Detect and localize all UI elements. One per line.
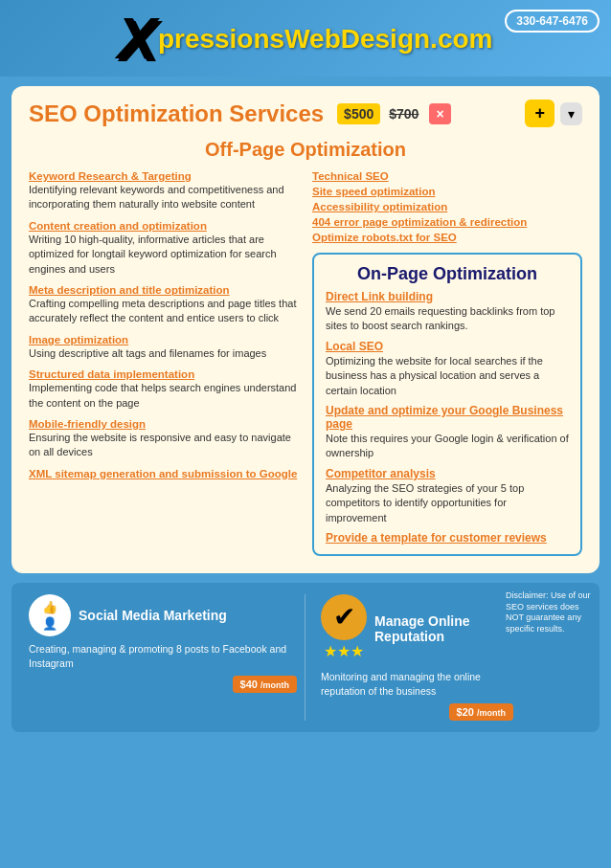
reputation-price: $20 xyxy=(457,706,474,718)
onpage-section-title: On-Page Optimization xyxy=(326,264,569,284)
offpage-item-title-5[interactable]: Mobile-friendly design xyxy=(29,418,299,430)
disclaimer-box: Disclaimer: Use of our SEO services does… xyxy=(506,590,592,635)
right-link-0[interactable]: Technical SEO xyxy=(312,170,582,182)
reputation-card-title: Manage Online Reputation xyxy=(374,613,513,646)
offpage-item-desc-0: Identifying relevant keywords and compet… xyxy=(29,183,299,212)
onpage-item-title-0[interactable]: Direct Link building xyxy=(326,290,569,303)
price-badge: $500 $700 xyxy=(337,103,423,124)
social-card-title: Social Media Marketing xyxy=(79,608,227,624)
right-column: Technical SEO Site speed optimization Ac… xyxy=(312,170,582,556)
card-header-row: SEO Optimization Services $500 $700 × + … xyxy=(29,100,582,127)
expand-button[interactable]: ▾ xyxy=(560,102,582,125)
offpage-item-desc-1: Writing 10 high-quality, informative art… xyxy=(29,233,299,277)
header: 330-647-6476 X pressionsWebDesign.com xyxy=(0,0,611,77)
main-card: SEO Optimization Services $500 $700 × + … xyxy=(11,86,600,573)
right-link-4[interactable]: Optimize robots.txt for SEO xyxy=(312,232,582,243)
phone-badge: 330-647-6476 xyxy=(505,10,600,33)
offpage-item-desc-4: Implementing code that helps search engi… xyxy=(29,381,299,411)
offpage-section-title: Off-Page Optimization xyxy=(29,139,582,161)
onpage-item-desc-0: We send 20 emails requesting backlinks f… xyxy=(326,304,569,334)
right-link-2[interactable]: Accessibility optimization xyxy=(312,201,582,212)
price-new: $500 xyxy=(337,103,380,124)
onpage-item-desc-1: Optimizing the website for local searche… xyxy=(326,354,569,398)
left-column: Keyword Research & Targeting Identifying… xyxy=(29,170,299,556)
offpage-item-title-4[interactable]: Structured data implementation xyxy=(29,368,299,380)
social-price-tag: $40 /month xyxy=(233,676,297,693)
logo-text-pressions: pressionsWebDesign xyxy=(158,24,430,54)
right-top-links: Technical SEO Site speed optimization Ac… xyxy=(312,170,582,243)
right-link-1[interactable]: Site speed optimization xyxy=(312,186,582,197)
reputation-price-tag: $20 /month xyxy=(449,703,513,721)
right-link-3[interactable]: 404 error page optimization & redirectio… xyxy=(312,216,582,228)
social-price: $40 xyxy=(240,679,258,690)
onpage-item-title-4[interactable]: Provide a template for customer reviews xyxy=(326,531,569,545)
offpage-item-desc-2: Crafting compelling meta descriptions an… xyxy=(29,297,299,326)
offpage-item-title-6[interactable]: XML sitemap generation and submission to… xyxy=(29,468,299,479)
onpage-item-title-1[interactable]: Local SEO xyxy=(326,340,569,353)
reputation-price-period: /month xyxy=(477,708,506,718)
phone-number: 330-647-6476 xyxy=(516,14,588,28)
social-card-header: 👍 👤 Social Media Marketing xyxy=(29,594,227,636)
offpage-item-title-0[interactable]: Keyword Research & Targeting xyxy=(29,170,299,182)
offpage-item-desc-3: Using descriptive alt tags and filenames… xyxy=(29,346,299,361)
logo-text-main: pressionsWebDesign.com xyxy=(158,24,493,54)
onpage-item-title-2[interactable]: Update and optimize your Google Business… xyxy=(326,404,569,431)
onpage-item-desc-3: Analyzing the SEO strategies of your 5 t… xyxy=(326,481,569,525)
offpage-item-title-1[interactable]: Content creation and optimization xyxy=(29,220,299,232)
onpage-item-title-3[interactable]: Competitor analysis xyxy=(326,467,569,480)
social-icon-container: 👍 👤 xyxy=(29,594,71,636)
logo-x: X xyxy=(119,10,158,69)
stars-icon: ★★★ xyxy=(324,642,364,660)
offpage-item-title-3[interactable]: Image optimization xyxy=(29,334,299,345)
reputation-card-header: ✔ ★★★ Manage Online Reputation xyxy=(321,594,513,664)
two-column-layout: Keyword Research & Targeting Identifying… xyxy=(29,170,582,556)
close-button[interactable]: × xyxy=(429,103,450,124)
logo-tld: .com xyxy=(430,24,492,54)
reputation-card-desc: Monitoring and managing the online reput… xyxy=(321,670,513,698)
social-card-desc: Creating, managing & promoting 8 posts t… xyxy=(29,642,297,670)
card-title: SEO Optimization Services xyxy=(29,100,324,127)
offpage-item-title-2[interactable]: Meta description and title optimization xyxy=(29,284,299,296)
onpage-item-desc-2: Note this requires your Google login & v… xyxy=(326,432,569,461)
add-button[interactable]: + xyxy=(525,100,554,127)
disclaimer-text: Disclaimer: Use of our SEO services does… xyxy=(506,590,591,634)
reputation-icon: ✔ xyxy=(321,594,367,640)
social-media-card: 👍 👤 Social Media Marketing Creating, man… xyxy=(21,594,306,721)
social-price-period: /month xyxy=(260,680,289,690)
price-old: $700 xyxy=(384,103,423,124)
bottom-section: 👍 👤 Social Media Marketing Creating, man… xyxy=(11,583,600,732)
offpage-item-desc-5: Ensuring the website is responsive and e… xyxy=(29,431,299,460)
onpage-box: On-Page Optimization Direct Link buildin… xyxy=(312,253,582,556)
